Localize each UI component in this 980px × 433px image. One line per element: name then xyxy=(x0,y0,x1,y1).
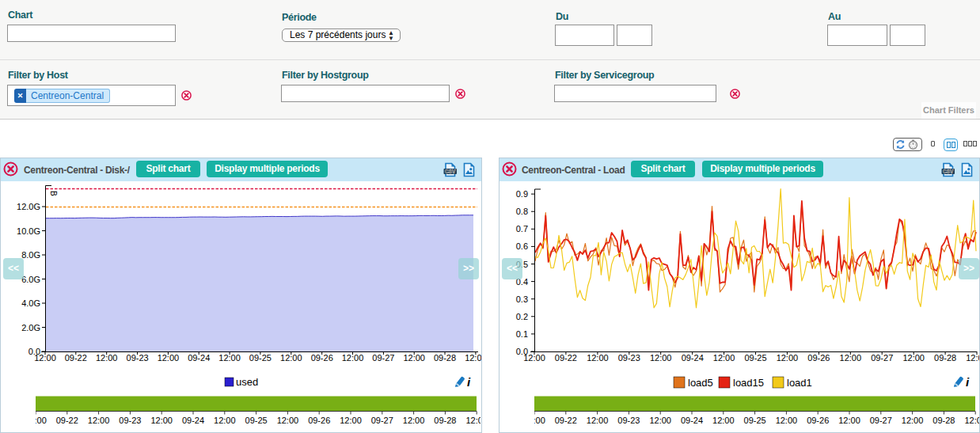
svg-text:12:00: 12:00 xyxy=(34,353,56,363)
svg-text:CSV: CSV xyxy=(445,169,456,174)
svg-text:12:00: 12:00 xyxy=(840,353,862,363)
svg-text:12:00: 12:00 xyxy=(649,416,671,425)
svg-text:12:00: 12:00 xyxy=(712,416,735,425)
svg-text:09-26: 09-26 xyxy=(807,416,829,425)
svg-text:B: B xyxy=(49,191,58,196)
svg-text:09-23: 09-23 xyxy=(127,353,149,363)
svg-text:12:00: 12:00 xyxy=(280,353,302,363)
svg-text:12:00: 12:00 xyxy=(340,416,362,425)
svg-text:12:00: 12:00 xyxy=(403,353,425,363)
svg-text:load5: load5 xyxy=(688,377,713,389)
svg-text:CSV: CSV xyxy=(943,169,954,174)
svg-text:09-25: 09-25 xyxy=(744,353,766,363)
svg-text:09-24: 09-24 xyxy=(188,353,210,363)
svg-text:0.8: 0.8 xyxy=(516,207,528,216)
svg-text:load1: load1 xyxy=(787,377,812,389)
svg-text:12:00: 12:00 xyxy=(96,353,118,363)
svg-text:09-25: 09-25 xyxy=(245,416,268,425)
svg-text:12:00: 12:00 xyxy=(523,353,545,363)
svg-text:used: used xyxy=(236,376,258,388)
svg-text:12:00: 12:00 xyxy=(838,416,860,425)
svg-text:12:00: 12:00 xyxy=(25,416,47,425)
svg-text:12:00: 12:00 xyxy=(218,353,241,363)
svg-text:12:00: 12:00 xyxy=(158,353,180,363)
svg-text:i: i xyxy=(966,375,970,389)
svg-text:09-26: 09-26 xyxy=(807,353,830,363)
svg-text:09-28: 09-28 xyxy=(434,416,456,425)
svg-text:12:00: 12:00 xyxy=(777,353,799,363)
svg-text:12:00: 12:00 xyxy=(964,416,979,425)
svg-text:09-22: 09-22 xyxy=(56,416,78,425)
svg-text:12:00: 12:00 xyxy=(150,416,173,425)
svg-text:09-24: 09-24 xyxy=(681,416,703,425)
svg-text:0.9: 0.9 xyxy=(516,189,528,199)
svg-text:12:00: 12:00 xyxy=(465,353,481,363)
svg-text:12.0G: 12.0G xyxy=(17,202,40,211)
svg-text:09-22: 09-22 xyxy=(65,353,87,363)
svg-text:12:00: 12:00 xyxy=(902,416,924,425)
svg-text:4.0G: 4.0G xyxy=(21,298,40,308)
svg-text:09-23: 09-23 xyxy=(617,416,640,425)
svg-text:10.0G: 10.0G xyxy=(17,226,40,236)
svg-text:12:00: 12:00 xyxy=(214,416,236,425)
svg-text:12:00: 12:00 xyxy=(587,416,609,425)
svg-text:0.7: 0.7 xyxy=(516,224,528,234)
svg-text:12:00: 12:00 xyxy=(650,353,672,363)
svg-text:09-22: 09-22 xyxy=(555,416,577,425)
svg-text:09-23: 09-23 xyxy=(618,353,640,363)
svg-text:12:00: 12:00 xyxy=(523,416,545,425)
svg-text:09-25: 09-25 xyxy=(249,353,272,363)
svg-text:load15: load15 xyxy=(733,377,764,389)
svg-text:0.2: 0.2 xyxy=(516,312,528,321)
svg-text:09-26: 09-26 xyxy=(308,416,330,425)
svg-text:12:00: 12:00 xyxy=(465,416,481,425)
svg-text:6.0G: 6.0G xyxy=(21,275,40,284)
svg-text:0.3: 0.3 xyxy=(516,294,528,304)
svg-text:09-24: 09-24 xyxy=(182,416,204,425)
svg-text:09-27: 09-27 xyxy=(372,353,394,363)
svg-text:2.0G: 2.0G xyxy=(21,323,40,332)
svg-text:12:00: 12:00 xyxy=(966,353,979,363)
svg-text:09-28: 09-28 xyxy=(933,416,955,425)
svg-text:09-25: 09-25 xyxy=(744,416,766,425)
svg-text:09-27: 09-27 xyxy=(870,416,892,425)
svg-text:09-22: 09-22 xyxy=(555,353,577,363)
svg-text:12:00: 12:00 xyxy=(587,353,609,363)
svg-text:12:00: 12:00 xyxy=(776,416,798,425)
svg-text:09-26: 09-26 xyxy=(311,353,333,363)
svg-text:09-28: 09-28 xyxy=(434,353,456,363)
svg-text:12:00: 12:00 xyxy=(342,353,364,363)
svg-text:0.6: 0.6 xyxy=(516,241,528,251)
svg-text:i: i xyxy=(467,375,471,389)
svg-text:12:00: 12:00 xyxy=(277,416,299,425)
svg-text:12:00: 12:00 xyxy=(403,416,425,425)
svg-text:12:00: 12:00 xyxy=(88,416,110,425)
svg-text:0.1: 0.1 xyxy=(516,329,528,339)
svg-text:12:00: 12:00 xyxy=(713,353,735,363)
svg-text:09-24: 09-24 xyxy=(682,353,704,363)
svg-text:09-27: 09-27 xyxy=(871,353,893,363)
svg-text:09-27: 09-27 xyxy=(371,416,393,425)
svg-text:09-23: 09-23 xyxy=(119,416,141,425)
svg-text:8.0G: 8.0G xyxy=(21,250,40,260)
svg-text:12:00: 12:00 xyxy=(902,353,925,363)
svg-text:09-28: 09-28 xyxy=(934,353,956,363)
